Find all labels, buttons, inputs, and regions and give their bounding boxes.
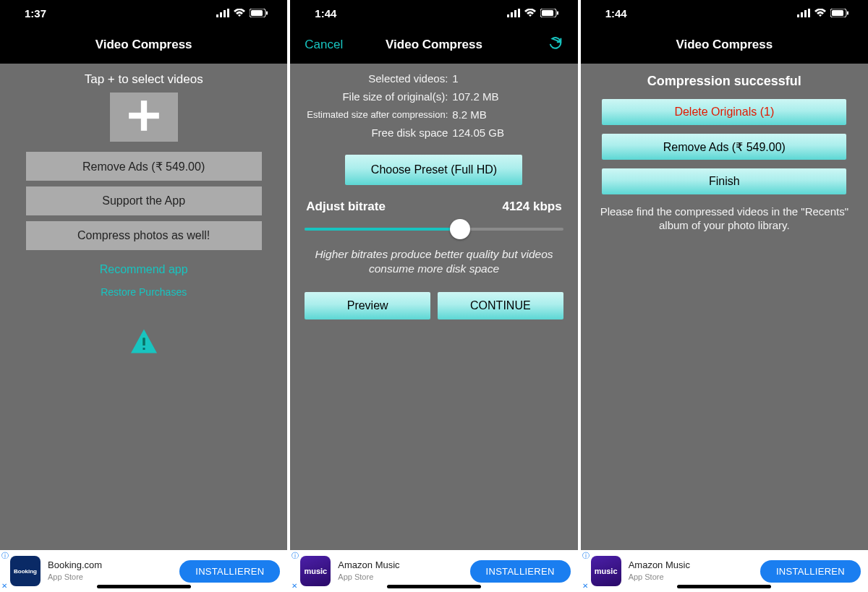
support-app-button[interactable]: Support the App [26,186,262,215]
ad-subtitle: App Store [629,571,690,583]
settings-content: Selected videos:1 File size of original(… [290,64,577,550]
ad-close-icon[interactable]: ✕ [1,583,7,590]
free-space-label: Free disk space [305,124,452,142]
remove-ads-button[interactable]: Remove Ads (₹ 549.00) [602,134,846,160]
battery-icon [830,7,849,20]
ad-app-icon: music [300,556,331,586]
free-space-value: 124.05 GB [452,124,504,142]
ad-title: Booking.com [48,559,102,571]
status-bar: 1:44 [581,0,868,26]
status-time: 1:37 [25,7,46,20]
signal-icon [216,7,229,20]
success-title: Compression successful [647,74,801,89]
svg-rect-24 [832,10,843,16]
page-title: Video Compress [95,38,192,52]
ad-info-icon[interactable]: ⓘ [582,552,590,559]
refresh-button[interactable] [548,35,563,55]
home-content: Tap + to select videos Remove Ads (₹ 549… [0,64,287,550]
home-indicator[interactable] [387,585,481,588]
screen-success: 1:44 Video Compress Compression successf… [581,0,868,592]
choose-preset-button[interactable]: Choose Preset (Full HD) [345,155,522,185]
svg-rect-13 [511,12,513,17]
add-videos-button[interactable] [110,93,178,142]
slider-fill [305,228,459,231]
ad-title: Amazon Music [629,559,690,571]
svg-rect-8 [129,113,159,119]
action-row: Preview CONTINUE [305,292,563,319]
ad-text: Amazon Music App Store [338,559,399,583]
warning-icon[interactable] [131,328,157,357]
finish-button[interactable]: Finish [602,168,846,194]
svg-rect-1 [220,12,222,17]
ad-install-button[interactable]: INSTALLIEREN [470,560,571,583]
bitrate-value: 4124 kbps [502,200,561,214]
ad-text: Amazon Music App Store [629,559,690,583]
status-time: 1:44 [315,7,336,20]
info-block: Selected videos:1 File size of original(… [305,69,563,142]
home-indicator[interactable] [677,585,771,588]
nav-bar: Video Compress [581,26,868,64]
ad-text: Booking.com App Store [48,559,102,583]
slider-thumb[interactable] [450,219,470,239]
wifi-icon [814,7,826,20]
ad-close-icon[interactable]: ✕ [292,583,297,590]
original-size-value: 107.2 MB [452,87,498,106]
compress-photos-button[interactable]: Compress photos as well! [26,221,262,250]
svg-rect-6 [266,11,268,14]
battery-icon [250,7,268,20]
svg-rect-22 [808,9,810,17]
bitrate-label: Adjust bitrate [306,200,386,214]
screen-settings: 1:44 Cancel Video Compress Selected vide… [290,0,577,592]
ad-app-icon: music [591,556,621,586]
select-hint: Tap + to select videos [85,72,203,87]
ad-close-icon[interactable]: ✕ [582,583,588,590]
estimated-size-label: Estimated size after compression: [305,106,452,124]
battery-icon [540,7,559,20]
ad-subtitle: App Store [48,571,102,583]
remove-ads-button[interactable]: Remove Ads (₹ 549.00) [26,152,262,181]
delete-originals-button[interactable]: Delete Originals (1) [602,99,846,125]
home-indicator[interactable] [97,585,191,588]
ad-app-icon: Booking [10,556,41,586]
selected-value: 1 [452,69,458,87]
svg-rect-2 [224,10,226,17]
svg-rect-0 [216,14,218,17]
recommend-link[interactable]: Recommend app [100,263,188,276]
screen-home: 1:37 Video Compress Tap + to select vide… [0,0,287,592]
restore-purchases-link[interactable]: Restore Purchases [101,286,187,298]
ad-info-icon[interactable]: ⓘ [292,552,299,559]
nav-bar: Video Compress [0,26,287,64]
svg-rect-12 [507,14,509,17]
ad-install-button[interactable]: INSTALLIEREN [760,560,861,583]
wifi-icon [524,7,536,20]
svg-rect-3 [227,9,229,17]
svg-rect-19 [797,14,799,17]
preview-button[interactable]: Preview [305,292,430,319]
selected-label: Selected videos: [305,69,452,87]
svg-rect-10 [142,338,145,346]
svg-rect-15 [518,9,520,17]
svg-rect-11 [142,348,145,350]
continue-button[interactable]: CONTINUE [438,292,563,319]
ad-info-icon[interactable]: ⓘ [1,552,9,559]
status-bar: 1:44 [290,0,577,26]
ad-subtitle: App Store [338,571,399,583]
cancel-button[interactable]: Cancel [305,38,343,52]
svg-rect-25 [847,11,848,14]
ad-install-button[interactable]: INSTALLIEREN [179,560,280,583]
bitrate-slider[interactable] [305,218,563,240]
wifi-icon [234,7,245,20]
page-title: Video Compress [386,38,482,52]
svg-rect-17 [542,10,553,16]
estimated-size-value: 8.2 MB [452,106,487,124]
status-icons [216,7,268,20]
page-title: Video Compress [676,38,773,52]
svg-rect-14 [514,10,516,17]
bitrate-row: Adjust bitrate 4124 kbps [305,200,563,214]
svg-rect-20 [801,12,803,17]
svg-rect-18 [557,11,558,14]
original-size-label: File size of original(s): [305,87,452,106]
success-content: Compression successful Delete Originals … [581,64,868,550]
status-time: 1:44 [605,7,627,20]
ad-title: Amazon Music [338,559,399,571]
